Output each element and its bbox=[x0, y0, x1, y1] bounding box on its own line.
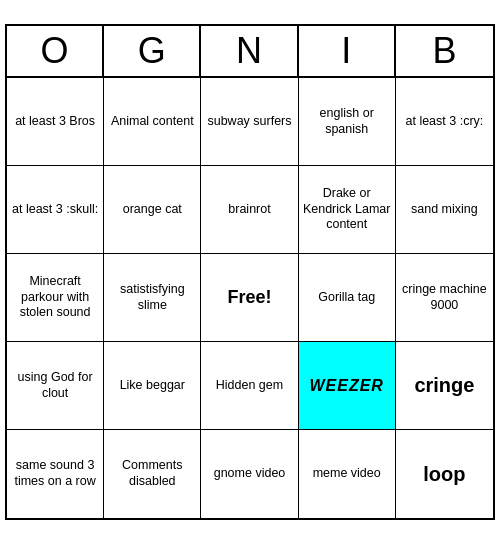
header-letter-g: G bbox=[104, 26, 201, 76]
cell-18: WEEZER bbox=[299, 342, 396, 430]
bingo-grid: at least 3 BrosAnimal contentsubway surf… bbox=[7, 78, 493, 518]
cell-24: loop bbox=[396, 430, 493, 518]
cell-14: cringe machine 9000 bbox=[396, 254, 493, 342]
cell-20: same sound 3 times on a row bbox=[7, 430, 104, 518]
cell-4: at least 3 :cry: bbox=[396, 78, 493, 166]
header-letter-o: O bbox=[7, 26, 104, 76]
cell-10: Minecraft parkour with stolen sound bbox=[7, 254, 104, 342]
header-letter-n: N bbox=[201, 26, 298, 76]
cell-8: Drake or Kendrick Lamar content bbox=[299, 166, 396, 254]
cell-22: gnome video bbox=[201, 430, 298, 518]
cell-6: orange cat bbox=[104, 166, 201, 254]
cell-11: satistisfying slime bbox=[104, 254, 201, 342]
cell-17: Hidden gem bbox=[201, 342, 298, 430]
cell-7: brainrot bbox=[201, 166, 298, 254]
cell-13: Gorilla tag bbox=[299, 254, 396, 342]
cell-15: using God for clout bbox=[7, 342, 104, 430]
cell-23: meme video bbox=[299, 430, 396, 518]
cell-12: Free! bbox=[201, 254, 298, 342]
bingo-header: OGNIB bbox=[7, 26, 493, 78]
cell-9: sand mixing bbox=[396, 166, 493, 254]
cell-16: Like beggar bbox=[104, 342, 201, 430]
cell-19: cringe bbox=[396, 342, 493, 430]
header-letter-i: I bbox=[299, 26, 396, 76]
cell-1: Animal content bbox=[104, 78, 201, 166]
header-letter-b: B bbox=[396, 26, 493, 76]
cell-0: at least 3 Bros bbox=[7, 78, 104, 166]
bingo-card: OGNIB at least 3 BrosAnimal contentsubwa… bbox=[5, 24, 495, 520]
cell-21: Comments disabled bbox=[104, 430, 201, 518]
cell-5: at least 3 :skull: bbox=[7, 166, 104, 254]
cell-3: english or spanish bbox=[299, 78, 396, 166]
cell-2: subway surfers bbox=[201, 78, 298, 166]
